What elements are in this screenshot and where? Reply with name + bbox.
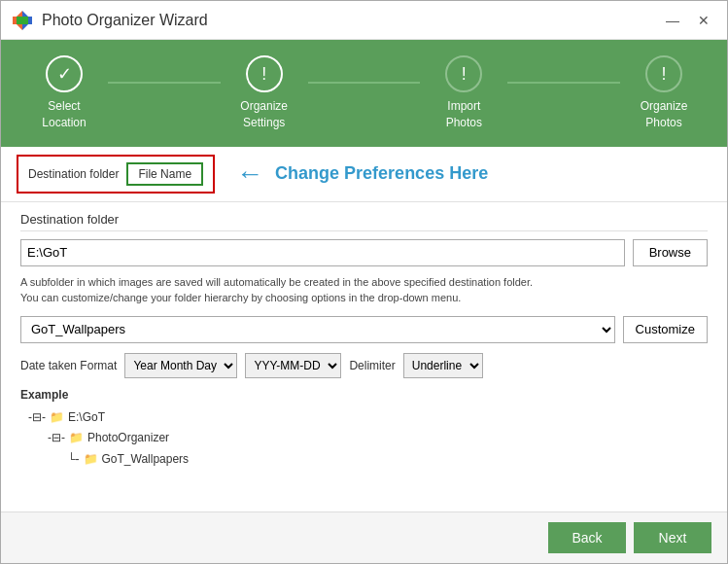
minimize-button[interactable]: —: [659, 10, 686, 31]
back-button[interactable]: Back: [548, 522, 626, 553]
wizard-step-organize-settings: ! OrganizeSettings: [221, 55, 308, 131]
footer: Back Next: [1, 511, 727, 563]
app-title: Photo Organizer Wizard: [42, 12, 659, 29]
close-button[interactable]: ✕: [690, 10, 717, 31]
dest-folder-inline-label: Destination folder: [28, 167, 119, 181]
info-text: A subfolder in which images are saved wi…: [20, 274, 708, 306]
subfolder-row: GoT_Wallpapers Customize: [20, 316, 708, 343]
tree-text-1: E:\GoT: [68, 407, 105, 429]
browse-row: Browse: [20, 239, 708, 266]
wizard-step-organize-photos: ! OrganizePhotos: [620, 55, 708, 131]
change-prefs-row: Destination folder File Name ← Change Pr…: [1, 147, 727, 202]
step-connector-2: [308, 82, 421, 84]
next-button[interactable]: Next: [634, 522, 711, 553]
window-controls: — ✕: [659, 10, 717, 31]
tree-item-3: └- 📁 GoT_Wallpapers: [28, 449, 708, 471]
tree-text-3: GoT_Wallpapers: [102, 449, 190, 471]
tree-dash-2: -⊟-: [48, 428, 65, 449]
tree-text-2: PhotoOrganizer: [87, 428, 169, 449]
step-circle-4: !: [645, 55, 682, 92]
arrow-icon: ←: [236, 159, 263, 190]
tree-dash-3: └-: [67, 449, 80, 471]
delimiter-select[interactable]: Underline: [403, 353, 483, 378]
example-label: Example: [20, 388, 708, 402]
title-bar: Photo Organizer Wizard — ✕: [1, 1, 727, 40]
step-label-2: OrganizeSettings: [240, 98, 288, 131]
step-label-4: OrganizePhotos: [641, 98, 688, 131]
app-logo: [11, 9, 34, 32]
folder-icon-3: 📁: [84, 449, 98, 471]
wizard-header: ✓ SelectLocation ! OrganizeSettings ! Im…: [1, 40, 727, 147]
svg-marker-2: [17, 17, 28, 24]
date-format-label: Date taken Format: [20, 359, 117, 372]
folder-icon-2: 📁: [69, 428, 84, 449]
step-circle-3: !: [445, 55, 482, 92]
date-code-select[interactable]: YYY-MM-DD: [245, 353, 341, 378]
browse-button[interactable]: Browse: [633, 239, 708, 266]
wizard-step-import-photos: ! ImportPhotos: [420, 55, 507, 131]
path-input[interactable]: [20, 239, 625, 266]
file-name-button[interactable]: File Name: [126, 162, 203, 186]
tree-dash-1: -⊟-: [28, 407, 46, 429]
main-window: Photo Organizer Wizard — ✕ ✓ SelectLocat…: [0, 0, 728, 564]
customize-button[interactable]: Customize: [623, 316, 708, 343]
delimiter-label: Delimiter: [349, 359, 395, 372]
example-section: Example -⊟- 📁 E:\GoT -⊟- 📁 PhotoOrganize…: [20, 388, 708, 471]
dest-folder-heading: Destination folder: [20, 212, 708, 231]
subfolder-select[interactable]: GoT_Wallpapers: [20, 316, 615, 343]
tree-item-2: -⊟- 📁 PhotoOrganizer: [28, 428, 708, 449]
form-area: Destination folder Browse A subfolder in…: [1, 202, 727, 511]
dest-folder-section: Destination folder: [20, 212, 708, 231]
change-prefs-text: Change Preferences Here: [275, 163, 488, 184]
highlight-box: Destination folder File Name: [17, 155, 215, 194]
content-area: Destination folder File Name ← Change Pr…: [1, 147, 727, 511]
step-circle-2: !: [246, 55, 283, 92]
step-connector-3: [507, 82, 620, 84]
step-connector-1: [108, 82, 221, 84]
date-format-row: Date taken Format Year Month Day YYY-MM-…: [20, 353, 708, 378]
step-label-1: SelectLocation: [42, 98, 86, 131]
tree-item-1: -⊟- 📁 E:\GoT: [28, 407, 708, 429]
wizard-step-select-location: ✓ SelectLocation: [20, 55, 108, 131]
folder-icon-1: 📁: [50, 407, 64, 429]
date-format-select[interactable]: Year Month Day: [124, 353, 237, 378]
step-circle-1: ✓: [46, 55, 83, 92]
step-label-3: ImportPhotos: [446, 98, 482, 131]
folder-tree: -⊟- 📁 E:\GoT -⊟- 📁 PhotoOrganizer └- 📁 G…: [20, 407, 708, 471]
